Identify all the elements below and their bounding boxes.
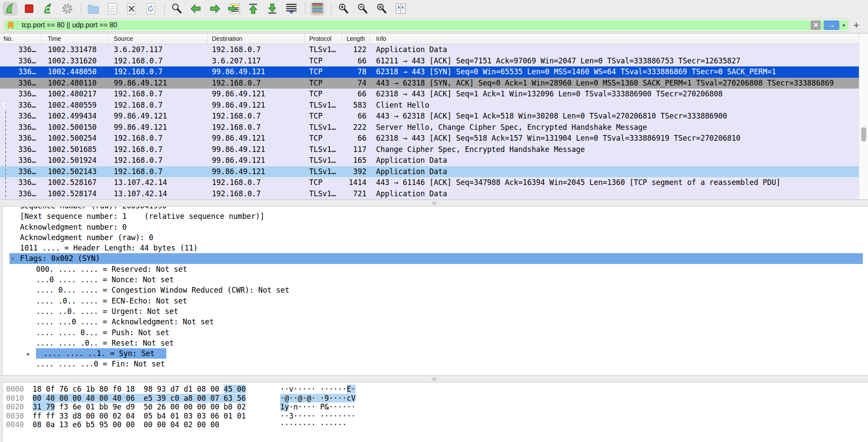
pane-splitter[interactable] [0, 375, 868, 383]
packet-cell-info: Application Data [370, 166, 868, 178]
packet-row[interactable]: 336…1002.331620192.168.0.73.6.207.117TCP… [0, 56, 868, 67]
packet-cell-info: 443 → 62318 [SYN, ACK] Seq=0 Ack=1 Win=2… [370, 78, 868, 89]
packet-cell-destination: 3.6.207.117 [208, 56, 305, 67]
arrow-left-icon [190, 3, 201, 14]
search-icon [171, 3, 182, 14]
conversation-start-bracket [3, 103, 7, 108]
detail-line[interactable]: ▼Flags: 0x002 (SYN) [0, 253, 868, 264]
column-header-info[interactable]: Info [370, 33, 868, 44]
go-to-packet-icon [228, 3, 241, 14]
detail-line[interactable]: Acknowledgment number (raw): 0 [0, 232, 868, 243]
reload-file-button[interactable] [143, 2, 158, 16]
zoom-out-button[interactable] [355, 2, 370, 16]
capture-options-button[interactable] [60, 2, 75, 16]
open-file-button[interactable] [86, 2, 101, 16]
go-to-top-button[interactable] [246, 2, 261, 16]
expander-right-icon[interactable]: ▶ [27, 349, 30, 359]
detail-line[interactable]: .... .... 0... = Push: Not set [0, 327, 868, 338]
detail-line[interactable]: ▶.... .... ..1. = Syn: Set [0, 348, 868, 359]
zoom-in-button[interactable] [336, 2, 351, 16]
go-to-bottom-button[interactable] [265, 2, 280, 16]
hex-row[interactable]: 0030ff ff 33 d8 00 00 02 04 05 b4 01 03 … [0, 412, 868, 421]
restart-capture-button[interactable] [41, 2, 56, 16]
packet-cell-length: 117 [342, 144, 370, 155]
packet-row[interactable]: 336…1002.50015099.86.49.121192.168.0.7TL… [0, 122, 868, 133]
hex-row[interactable]: 004008 0a 13 e6 b5 95 00 00 00 00 04 02 … [0, 420, 868, 429]
main-toolbar [0, 0, 868, 17]
packet-row[interactable]: 336…1002.49943499.86.49.121192.168.0.7TC… [0, 111, 868, 122]
packet-cell-time: 1002.528167 [41, 177, 109, 188]
packet-row[interactable]: 336…1002.52816713.107.42.14192.168.0.7TC… [0, 177, 868, 188]
stop-capture-button[interactable] [22, 2, 36, 16]
detail-line-text: .... ...0 .... = Acknowledgment: Not set [36, 317, 214, 326]
packet-row[interactable]: 336…1002.501924192.168.0.799.86.49.121TL… [0, 155, 868, 166]
column-header-time[interactable]: Time [41, 33, 109, 44]
detail-line[interactable]: .... .... ...0 = Fin: Not set [0, 359, 868, 369]
packet-cell-source: 192.168.0.7 [109, 144, 208, 155]
auto-scroll-button[interactable] [284, 2, 299, 16]
column-header-source[interactable]: Source [109, 33, 208, 44]
packet-cell-destination: 99.86.49.121 [208, 166, 305, 178]
filter-bookmark-button[interactable] [4, 20, 17, 30]
packet-row[interactable]: 336…1002.48011099.86.49.121192.168.0.7TC… [0, 78, 868, 89]
detail-line[interactable]: ...0 .... .... = Nonce: Not set [0, 274, 868, 285]
packet-cell-info: Application Data [370, 155, 868, 166]
packet-row[interactable]: 336…1002.480217192.168.0.799.86.49.121TC… [0, 89, 868, 100]
packet-list-scrollbar[interactable] [859, 33, 868, 199]
packet-row[interactable]: 336…1002.52817413.107.42.14192.168.0.7TL… [0, 188, 868, 200]
packet-row[interactable]: 336…1002.480559192.168.0.799.86.49.121TL… [0, 100, 868, 111]
resize-columns-icon [395, 3, 407, 14]
detail-line[interactable]: 1011 .... = Header Length: 44 bytes (11) [0, 243, 868, 253]
hex-row[interactable]: 001000 40 00 00 40 00 40 06 e5 39 c0 a8 … [0, 394, 868, 403]
detail-line[interactable]: .... 0... .... = Congestion Window Reduc… [0, 285, 868, 295]
packet-cell-destination: 99.86.49.121 [208, 155, 305, 166]
apply-filter-button[interactable]: → [824, 20, 839, 30]
packet-row[interactable]: 336…1002.502143192.168.0.799.86.49.121TL… [0, 166, 868, 178]
packet-row[interactable]: 336…1002.500254192.168.0.799.86.49.121TC… [0, 133, 868, 144]
close-file-button[interactable] [124, 2, 139, 16]
packet-cell-no: 336… [0, 56, 41, 67]
hex-ascii: 1y·n···· P&······ [280, 402, 356, 412]
display-filter-input[interactable]: tcp.port == 80 || udp.port == 80 ✕ → ▾ [3, 19, 849, 31]
packet-cell-source: 192.168.0.7 [109, 66, 208, 78]
colorize-button[interactable] [310, 2, 325, 16]
find-packet-button[interactable] [169, 2, 184, 16]
zoom-reset-button[interactable] [374, 2, 389, 16]
hex-row[interactable]: 002031 79 f3 6e 01 bb 9e d9 50 26 00 00 … [0, 402, 868, 412]
detail-line[interactable]: Acknowledgment number: 0 [0, 222, 868, 232]
save-file-button[interactable] [105, 2, 120, 16]
packet-row[interactable]: 336…1002.448050192.168.0.799.86.49.121TC… [0, 66, 868, 78]
next-packet-button[interactable] [208, 2, 222, 16]
column-header-protocol[interactable]: Protocol [305, 33, 342, 44]
start-capture-button[interactable] [3, 2, 17, 16]
filter-history-caret[interactable]: ▾ [842, 23, 845, 28]
column-header-destination[interactable]: Destination [208, 33, 305, 44]
splitter-handle-icon [432, 201, 436, 205]
column-header-no[interactable]: No. [0, 33, 41, 44]
expander-down-icon[interactable]: ▼ [11, 254, 14, 264]
display-filter-text[interactable]: tcp.port == 80 || udp.port == 80 [17, 21, 811, 29]
detail-line[interactable]: .... ...0 .... = Acknowledgment: Not set [0, 317, 868, 327]
resize-columns-button[interactable] [393, 2, 408, 16]
detail-line[interactable]: .... .... .0.. = Reset: Not set [0, 338, 868, 348]
detail-line[interactable]: 000. .... .... = Reserved: Not set [0, 264, 868, 274]
pane-splitter[interactable] [0, 199, 868, 207]
packet-cell-protocol: TLSv1… [305, 44, 342, 56]
hex-offset: 0010 [6, 394, 24, 403]
go-to-packet-button[interactable] [227, 2, 241, 16]
column-header-length[interactable]: Length [342, 33, 370, 44]
packet-row[interactable]: 336…1002.501685192.168.0.799.86.49.121TL… [0, 144, 868, 155]
detail-line[interactable]: .... .0.. .... = ECN-Echo: Not set [0, 296, 868, 306]
detail-line[interactable]: [Next sequence number: 1 (relative seque… [0, 211, 868, 221]
hex-row[interactable]: 000018 0f 76 c6 1b 80 f0 18 98 93 d7 d1 … [0, 385, 868, 394]
clear-filter-button[interactable]: ✕ [811, 20, 821, 30]
previous-packet-button[interactable] [188, 2, 203, 16]
packet-row[interactable]: 336…1002.3314783.6.207.117192.168.0.7TLS… [0, 44, 868, 56]
add-filter-button[interactable]: + [849, 19, 864, 31]
packet-cell-time: 1002.448050 [41, 66, 109, 78]
packet-cell-protocol: TLSv1… [305, 188, 342, 200]
detail-line[interactable]: .... ..0. .... = Urgent: Not set [0, 306, 868, 317]
scrollbar-thumb[interactable] [861, 127, 866, 142]
detail-line[interactable]: Sequence number (raw): 2005041990 [0, 207, 868, 211]
toolbar-separator [81, 3, 82, 14]
